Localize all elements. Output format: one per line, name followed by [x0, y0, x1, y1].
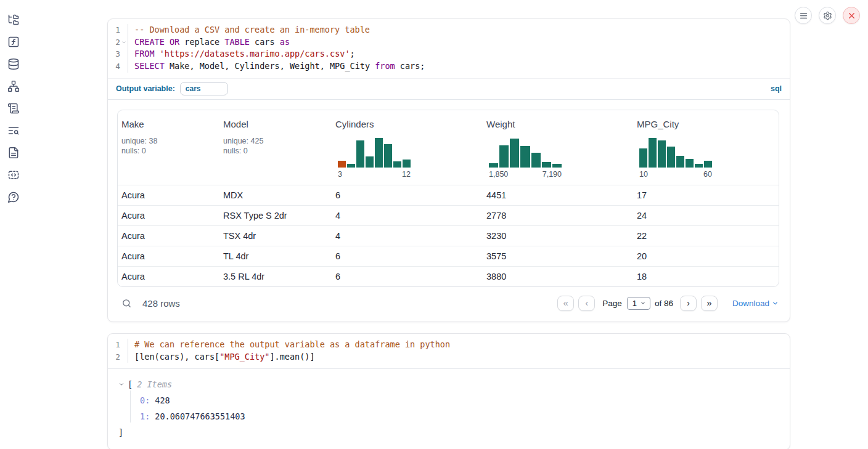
shutdown-button[interactable]	[843, 7, 860, 24]
column-stats: unique: 425nulls: 0	[223, 136, 332, 156]
column-header-cylinders[interactable]: Cylinders312	[332, 110, 483, 185]
function-square-icon[interactable]	[7, 36, 20, 48]
prev-page-button[interactable]: ‹	[578, 296, 595, 311]
page-select[interactable]: 1	[627, 297, 650, 310]
code-token: SELECT	[134, 61, 165, 71]
table-row[interactable]: AcuraRSX Type S 2dr4277824	[118, 205, 779, 225]
code-token: replace	[179, 37, 224, 47]
code-line: 3FROM 'https://datasets.marimo.app/cars.…	[108, 48, 790, 60]
histogram-bar	[489, 163, 498, 168]
document-icon[interactable]	[7, 147, 20, 159]
json-tree-entry: 1:20.060747663551403	[140, 411, 780, 421]
settings-button[interactable]	[819, 7, 836, 24]
table-cell: 18	[633, 272, 779, 281]
sidebar	[0, 0, 27, 203]
table-cell: Acura	[118, 231, 219, 241]
histogram-bar	[676, 156, 684, 168]
table-row[interactable]: AcuraMDX6445117	[118, 185, 779, 205]
next-page-button[interactable]: ›	[680, 296, 697, 311]
last-page-button[interactable]: »	[701, 296, 718, 311]
code-token: [len(cars), cars[	[134, 352, 219, 362]
table-cell: Acura	[118, 272, 219, 281]
gutter: 3	[108, 48, 128, 60]
pagination: « ‹ Page 1 of 86 › » Download	[557, 296, 779, 311]
entry-value: 428	[155, 395, 170, 405]
chevron-right-icon: ›	[687, 298, 690, 307]
code-text: SELECT Make, Model, Cylinders, Weight, M…	[128, 60, 425, 73]
gutter: 2	[108, 351, 128, 363]
python-editor[interactable]: 1# We can reference the output variable …	[108, 334, 790, 368]
collapse-icon[interactable]	[118, 381, 125, 387]
column-header-weight[interactable]: Weight1,8507,190	[483, 110, 633, 185]
fold-slot	[120, 60, 128, 73]
histogram-bar	[384, 144, 392, 168]
chevron-down-icon	[640, 300, 646, 306]
search-icon[interactable]	[121, 298, 132, 309]
entry-index: 0:	[140, 395, 150, 405]
table-cell: 3880	[483, 272, 633, 281]
help-icon[interactable]	[7, 191, 20, 203]
gutter: 2	[108, 36, 128, 49]
column-header-model[interactable]: Modelunique: 425nulls: 0	[219, 110, 332, 185]
table-cell: Acura	[118, 190, 219, 200]
histogram-bar	[499, 145, 509, 168]
table-row[interactable]: AcuraTSX 4dr4323022	[118, 225, 779, 246]
database-icon[interactable]	[7, 58, 20, 70]
table-cell: 3230	[483, 231, 633, 241]
code-token: 'https://datasets.marimo.app/cars.csv'	[160, 49, 350, 59]
histogram-bar	[695, 164, 703, 168]
code-token: "MPG_City"	[219, 352, 269, 362]
table-row[interactable]: AcuraTL 4dr6357520	[118, 246, 779, 266]
notebook-actions	[795, 7, 860, 24]
code-token: from	[375, 61, 395, 71]
log-search-icon[interactable]	[7, 124, 20, 137]
data-table: Makeunique: 38nulls: 0Modelunique: 425nu…	[117, 110, 779, 287]
fold-icon[interactable]	[120, 36, 128, 49]
row-count: 428 rows	[142, 298, 180, 309]
table-cell: Acura	[118, 251, 219, 261]
table-cell: TSX 4dr	[219, 231, 332, 241]
close-bracket: ]	[118, 426, 780, 439]
code-line: 1# We can reference the output variable …	[108, 339, 790, 351]
code-text: -- Download a CSV and create an in-memor…	[128, 24, 370, 36]
code-token: CREATE	[134, 37, 165, 47]
histogram-bar	[639, 148, 647, 168]
code-text: CREATE OR replace TABLE cars as	[128, 36, 290, 49]
sql-editor[interactable]: 1-- Download a CSV and create an in-memo…	[108, 19, 790, 78]
gutter: 1	[108, 24, 128, 36]
download-button[interactable]: Download	[732, 299, 779, 308]
notebook-cells: 1-- Download a CSV and create an in-memo…	[107, 18, 790, 449]
code-token: FROM	[134, 49, 155, 59]
code-token	[165, 37, 170, 47]
histogram-bar	[667, 147, 675, 168]
fold-slot	[120, 24, 128, 36]
output-variable-input[interactable]	[180, 82, 228, 95]
column-name: MPG_City	[637, 119, 779, 129]
menu-button[interactable]	[795, 7, 812, 24]
histogram-min-label: 1,850	[489, 170, 508, 179]
json-tree-entries: 0:4281:20.060747663551403	[130, 390, 780, 423]
items-count: 2 Items	[137, 378, 172, 390]
table-cell: 2778	[483, 211, 633, 220]
code-snippets-icon[interactable]	[7, 169, 20, 181]
line-number: 1	[108, 339, 120, 351]
gear-icon	[823, 11, 832, 20]
dependency-graph-icon[interactable]	[7, 80, 20, 92]
language-badge[interactable]: sql	[771, 84, 782, 93]
code-text: # We can reference the output variable a…	[128, 339, 450, 351]
code-token: Make, Model, Cylinders, Weight, MPG_City	[165, 61, 375, 71]
json-tree-root: [ 2 Items	[118, 378, 780, 390]
column-header-mpg_city[interactable]: MPG_City1060	[633, 110, 779, 185]
histogram-bar	[704, 161, 712, 168]
scroll-icon[interactable]	[7, 102, 20, 115]
chevron-down-icon	[772, 300, 779, 307]
table-cell: 4	[332, 231, 483, 241]
first-page-button[interactable]: «	[557, 296, 574, 311]
file-tree-icon[interactable]	[7, 14, 20, 26]
column-header-make[interactable]: Makeunique: 38nulls: 0	[118, 110, 219, 185]
code-line: 1-- Download a CSV and create an in-memo…	[108, 24, 790, 36]
histogram-bar	[393, 161, 401, 168]
table-row[interactable]: Acura3.5 RL 4dr6388018	[118, 266, 779, 286]
table-cell: 6	[332, 190, 483, 200]
table-cell: RSX Type S 2dr	[219, 211, 332, 220]
